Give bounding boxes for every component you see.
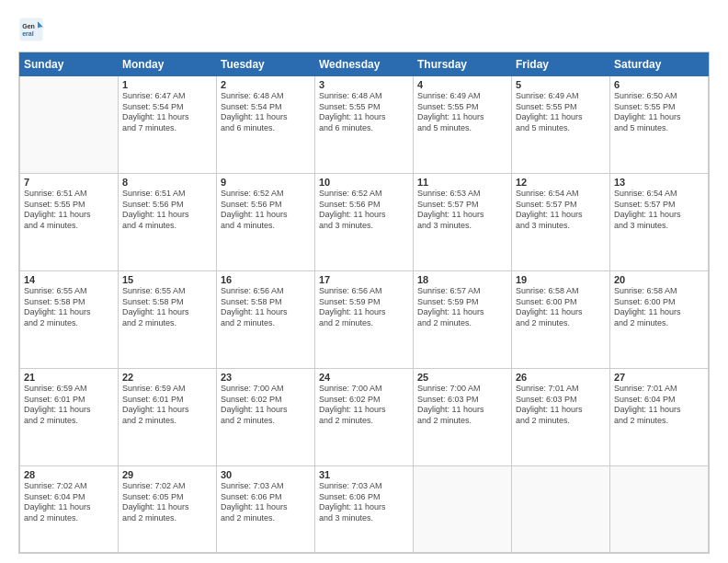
- day-info: Sunrise: 6:54 AM: [516, 189, 606, 200]
- day-info: Sunset: 6:06 PM: [319, 492, 409, 503]
- calendar-cell: [610, 466, 709, 553]
- day-info: Sunrise: 6:51 AM: [122, 189, 212, 200]
- day-info: Daylight: 11 hours: [221, 307, 311, 318]
- day-info: Sunset: 5:58 PM: [24, 297, 114, 308]
- day-info: Sunrise: 6:49 AM: [417, 91, 507, 102]
- day-info: Sunrise: 6:50 AM: [614, 91, 704, 102]
- day-info: Daylight: 11 hours: [122, 502, 212, 513]
- calendar-cell: 1Sunrise: 6:47 AMSunset: 5:54 PMDaylight…: [119, 76, 217, 174]
- day-info: and 2 minutes.: [221, 416, 311, 427]
- day-number: 2: [221, 79, 311, 90]
- day-info: and 2 minutes.: [614, 416, 704, 427]
- day-info: Sunset: 5:55 PM: [24, 200, 114, 211]
- day-info: Daylight: 11 hours: [122, 307, 212, 318]
- day-number: 11: [417, 177, 507, 188]
- day-number: 4: [417, 79, 507, 90]
- header: Gen eral: [18, 17, 710, 42]
- day-info: Sunset: 6:02 PM: [221, 395, 311, 406]
- day-info: Daylight: 11 hours: [614, 307, 704, 318]
- day-info: Sunrise: 7:00 AM: [319, 384, 409, 395]
- day-info: and 2 minutes.: [319, 416, 409, 427]
- day-info: Sunset: 5:56 PM: [122, 200, 212, 211]
- calendar-table: SundayMondayTuesdayWednesdayThursdayFrid…: [19, 52, 709, 553]
- day-info: and 2 minutes.: [24, 318, 114, 329]
- day-number: 24: [319, 372, 409, 383]
- day-info: Sunrise: 6:56 AM: [221, 286, 311, 297]
- day-info: and 7 minutes.: [122, 123, 212, 134]
- day-info: Sunset: 6:04 PM: [24, 492, 114, 503]
- day-info: Daylight: 11 hours: [24, 405, 114, 416]
- day-header-saturday: Saturday: [610, 53, 709, 76]
- day-number: 7: [24, 177, 114, 188]
- day-number: 21: [24, 372, 114, 383]
- day-info: and 2 minutes.: [614, 318, 704, 329]
- day-info: Daylight: 11 hours: [614, 112, 704, 123]
- svg-text:Gen: Gen: [22, 23, 35, 29]
- calendar-cell: 9Sunrise: 6:52 AMSunset: 5:56 PMDaylight…: [217, 174, 315, 271]
- day-info: Sunset: 6:03 PM: [417, 395, 507, 406]
- day-number: 5: [516, 79, 606, 90]
- day-info: Sunset: 5:55 PM: [319, 102, 409, 113]
- day-info: and 2 minutes.: [24, 416, 114, 427]
- day-number: 25: [417, 372, 507, 383]
- day-info: Daylight: 11 hours: [417, 307, 507, 318]
- calendar-cell: 26Sunrise: 7:01 AMSunset: 6:03 PMDayligh…: [512, 369, 610, 466]
- day-info: Sunset: 6:01 PM: [24, 395, 114, 406]
- day-info: Sunrise: 6:49 AM: [516, 91, 606, 102]
- day-number: 3: [319, 79, 409, 90]
- day-number: 8: [122, 177, 212, 188]
- day-number: 26: [516, 372, 606, 383]
- day-info: Daylight: 11 hours: [221, 405, 311, 416]
- logo-icon: Gen eral: [18, 17, 44, 42]
- day-header-wednesday: Wednesday: [315, 53, 414, 76]
- day-header-monday: Monday: [119, 53, 217, 76]
- day-info: and 4 minutes.: [24, 221, 114, 232]
- day-info: Sunset: 5:56 PM: [319, 200, 409, 211]
- day-info: and 2 minutes.: [516, 416, 606, 427]
- calendar-cell: 19Sunrise: 6:58 AMSunset: 6:00 PMDayligh…: [512, 271, 610, 369]
- day-info: Daylight: 11 hours: [24, 210, 114, 221]
- week-row-4: 28Sunrise: 7:02 AMSunset: 6:04 PMDayligh…: [20, 466, 709, 553]
- day-info: Sunrise: 6:59 AM: [122, 384, 212, 395]
- day-header-sunday: Sunday: [20, 53, 119, 76]
- calendar-cell: 21Sunrise: 6:59 AMSunset: 6:01 PMDayligh…: [20, 369, 119, 466]
- calendar-cell: 17Sunrise: 6:56 AMSunset: 5:59 PMDayligh…: [315, 271, 414, 369]
- day-info: Daylight: 11 hours: [221, 502, 311, 513]
- day-info: and 4 minutes.: [122, 221, 212, 232]
- day-number: 1: [122, 79, 212, 90]
- day-info: Sunrise: 6:57 AM: [417, 286, 507, 297]
- calendar-cell: 5Sunrise: 6:49 AMSunset: 5:55 PMDaylight…: [512, 76, 610, 174]
- day-info: Daylight: 11 hours: [516, 112, 606, 123]
- day-info: and 3 minutes.: [417, 221, 507, 232]
- calendar-cell: 24Sunrise: 7:00 AMSunset: 6:02 PMDayligh…: [315, 369, 414, 466]
- day-number: 18: [417, 274, 507, 285]
- day-number: 27: [614, 372, 704, 383]
- day-number: 31: [319, 469, 409, 480]
- day-info: Sunrise: 6:58 AM: [516, 286, 606, 297]
- day-info: Sunrise: 6:48 AM: [221, 91, 311, 102]
- day-info: Sunset: 6:01 PM: [122, 395, 212, 406]
- day-info: Sunrise: 7:00 AM: [221, 384, 311, 395]
- day-info: and 4 minutes.: [221, 221, 311, 232]
- calendar-cell: 28Sunrise: 7:02 AMSunset: 6:04 PMDayligh…: [20, 466, 119, 553]
- day-info: and 2 minutes.: [516, 318, 606, 329]
- day-info: and 2 minutes.: [24, 513, 114, 524]
- day-info: and 2 minutes.: [122, 513, 212, 524]
- day-info: Daylight: 11 hours: [122, 405, 212, 416]
- calendar-cell: 12Sunrise: 6:54 AMSunset: 5:57 PMDayligh…: [512, 174, 610, 271]
- day-info: and 6 minutes.: [221, 123, 311, 134]
- day-number: 30: [221, 469, 311, 480]
- day-info: Sunrise: 6:55 AM: [24, 286, 114, 297]
- day-info: Sunset: 6:05 PM: [122, 492, 212, 503]
- calendar-cell: 14Sunrise: 6:55 AMSunset: 5:58 PMDayligh…: [20, 271, 119, 369]
- day-info: and 3 minutes.: [614, 221, 704, 232]
- day-number: 16: [221, 274, 311, 285]
- day-info: and 2 minutes.: [319, 318, 409, 329]
- day-info: Sunrise: 6:51 AM: [24, 189, 114, 200]
- day-number: 13: [614, 177, 704, 188]
- day-number: 17: [319, 274, 409, 285]
- day-info: Sunset: 5:59 PM: [319, 297, 409, 308]
- day-number: 12: [516, 177, 606, 188]
- day-info: Daylight: 11 hours: [122, 210, 212, 221]
- day-info: Sunset: 5:59 PM: [417, 297, 507, 308]
